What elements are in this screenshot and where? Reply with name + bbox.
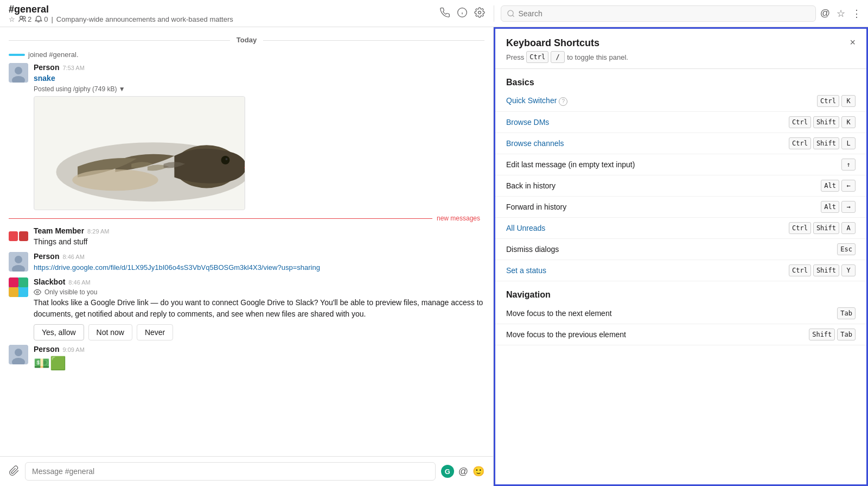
key-shift: Shift	[813, 116, 839, 128]
msg-time: 8:46 AM	[68, 279, 90, 286]
msg-text: That looks like a Google Drive link — do…	[34, 297, 484, 320]
key-shift: Shift	[813, 137, 839, 149]
list-item: Edit last message (in empty text input) …	[495, 154, 866, 175]
msg-content: Slackbot 8:46 AM Only visible to you Tha…	[34, 277, 484, 340]
shortcut-label[interactable]: Browse channels	[506, 139, 564, 148]
topbar-right-icons: @ ☆ ⋮	[820, 8, 861, 20]
key-shift: Shift	[813, 222, 839, 234]
msg-header: Person 9:09 AM	[34, 345, 484, 354]
key-ctrl: Ctrl	[789, 137, 811, 149]
list-item: Dismiss dialogs Esc	[495, 239, 866, 260]
key-shift: Shift	[809, 329, 835, 340]
svg-rect-21	[18, 277, 28, 287]
kbd-group: ↑	[841, 159, 856, 171]
attach-icon[interactable]	[9, 465, 20, 478]
msg-content: Team Member 8:29 AM Things and stuff	[34, 226, 484, 248]
call-icon[interactable]	[439, 7, 450, 20]
shortcuts-subtitle: Press Ctrl / to toggle this panel.	[506, 51, 628, 63]
new-messages-line	[9, 218, 432, 219]
visibility-text: Only visible to you	[44, 288, 97, 296]
channel-meta: ☆ 2 0 | Company-wide announcements and w…	[9, 15, 233, 23]
avatar	[9, 345, 28, 364]
kbd-group: Ctrl Shift K	[789, 116, 856, 128]
avatar	[9, 226, 28, 246]
slash-key: /	[551, 51, 565, 63]
key-alt: Alt	[821, 180, 839, 192]
msg-content: Person 8:46 AM https://drive.google.com/…	[34, 252, 484, 273]
shortcut-label[interactable]: All Unreads	[506, 224, 545, 232]
message-input[interactable]	[25, 462, 436, 481]
key-k: K	[841, 95, 856, 107]
msg-link-text[interactable]: snake	[34, 74, 55, 83]
msg-time: 9:09 AM	[62, 346, 84, 353]
basics-section-title: Basics	[495, 69, 866, 91]
msg-header: Team Member 8:29 AM	[34, 226, 484, 235]
shortcut-label: Move focus to the previous element	[506, 330, 626, 339]
msg-text: snake	[34, 73, 484, 84]
msg-text: Things and stuff	[34, 236, 484, 248]
not-now-button[interactable]: Not now	[88, 324, 132, 340]
msg-time: 7:53 AM	[62, 65, 84, 71]
grammarly-icon[interactable]: G	[441, 465, 454, 478]
svg-rect-20	[9, 277, 18, 287]
giphy-info: Posted using /giphy (749 kB) ▼	[34, 85, 484, 93]
search-input[interactable]	[518, 9, 809, 18]
svg-rect-23	[18, 287, 28, 297]
yes-allow-button[interactable]: Yes, allow	[34, 324, 84, 340]
key-ctrl: Ctrl	[789, 264, 811, 276]
list-item: Browse DMs Ctrl Shift K	[495, 112, 866, 133]
snake-image	[34, 97, 245, 210]
msg-content: Person 7:53 AM snake Posted using /giphy…	[34, 63, 484, 210]
key-ctrl: Ctrl	[817, 95, 839, 107]
more-icon[interactable]: ⋮	[852, 8, 861, 20]
info-icon[interactable]	[457, 7, 468, 20]
chat-area: Today joined #general. Perso	[0, 27, 494, 486]
shortcut-label: Dismiss dialogs	[506, 245, 559, 254]
kbd-group: Esc	[837, 243, 856, 255]
messages-list: Today joined #general. Perso	[0, 27, 493, 456]
svg-point-0	[20, 16, 23, 19]
mention-icon[interactable]: @	[458, 466, 468, 477]
shortcut-label[interactable]: Browse DMs	[506, 118, 549, 127]
shortcuts-title: Keyboard Shortcuts	[506, 37, 628, 49]
channel-desc: Company-wide announcements and work-base…	[56, 15, 233, 23]
system-msg-text: joined #general.	[28, 51, 79, 59]
topbar-icons	[439, 7, 485, 20]
settings-icon[interactable]	[474, 7, 485, 20]
shortcut-label[interactable]: Set a status	[506, 266, 546, 275]
search-box[interactable]	[501, 5, 816, 22]
msg-time: 8:46 AM	[62, 254, 84, 260]
msg-header: Person 7:53 AM	[34, 63, 484, 72]
star-icon[interactable]: ☆	[9, 15, 15, 23]
kbd-group: Ctrl Shift L	[789, 137, 856, 149]
svg-point-6	[508, 10, 513, 16]
date-divider: Today	[0, 31, 493, 48]
visibility-note: Only visible to you	[34, 288, 484, 296]
ctrl-key: Ctrl	[526, 51, 548, 63]
close-button[interactable]: ×	[850, 37, 856, 47]
key-a: A	[841, 222, 856, 234]
topbar-search-area: @ ☆ ⋮	[494, 5, 868, 22]
svg-point-24	[36, 291, 39, 293]
drive-link[interactable]: https://drive.google.com/file/d/1LX95Jy1…	[34, 263, 320, 272]
key-ctrl: Ctrl	[789, 116, 811, 128]
key-left: ←	[841, 180, 856, 192]
key-esc: Esc	[837, 243, 856, 255]
mention-icon[interactable]: @	[820, 8, 830, 19]
emoji-icon[interactable]: 🙂	[473, 465, 484, 477]
table-row: Person 7:53 AM snake Posted using /giphy…	[0, 61, 493, 212]
key-y: Y	[841, 264, 856, 276]
kbd-group: Ctrl Shift Y	[789, 264, 856, 276]
shortcut-label: Forward in history	[506, 203, 566, 211]
never-button[interactable]: Never	[137, 324, 173, 340]
shortcut-label[interactable]: Quick Switcher ?	[506, 96, 567, 106]
msg-content: Person 9:09 AM 💵🟩	[34, 345, 484, 371]
key-tab: Tab	[837, 307, 856, 319]
msg-header: Person 8:46 AM	[34, 252, 484, 261]
channel-name: #general	[9, 4, 233, 15]
topbar: #general ☆ 2 0 | Company-wide announceme…	[0, 0, 868, 27]
channel-separator: |	[51, 15, 53, 23]
msg-header: Slackbot 8:46 AM	[34, 277, 484, 286]
star-icon[interactable]: ☆	[837, 8, 845, 20]
system-indicator	[9, 54, 25, 56]
